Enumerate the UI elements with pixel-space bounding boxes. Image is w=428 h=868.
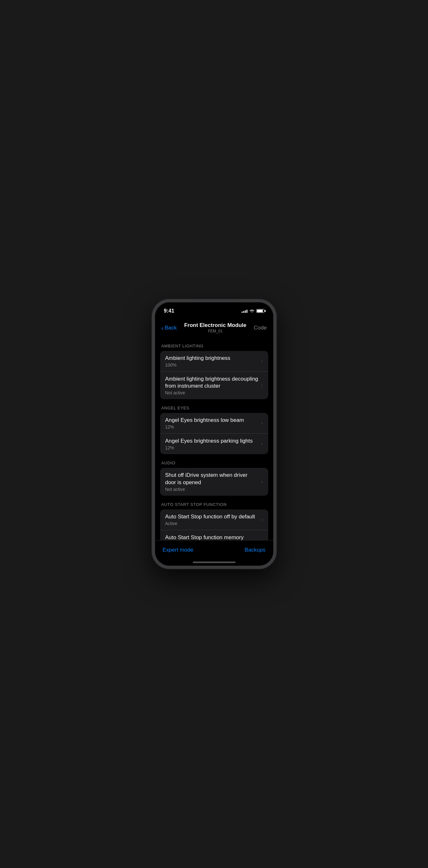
ambient-decoupling-title: Ambient lighting brightness decoupling f… [165,375,259,390]
chevron-right-icon: › [261,479,263,485]
angel-eyes-low-beam-row[interactable]: Angel Eyes brightness low beam 12% › [160,413,268,434]
nav-title-group: Front Electronic Module FEM_01 [184,322,246,333]
page-title: Front Electronic Module [184,322,246,329]
audio-idrive-value: Not active [165,487,259,492]
content-area[interactable]: ‹ Back Front Electronic Module FEM_01 Co… [155,319,273,566]
code-button[interactable]: Code [254,325,267,331]
chevron-right-icon: › [261,441,263,447]
chevron-right-icon: › [261,382,263,388]
chevron-right-icon: › [261,420,263,426]
audio-idrive-title: Shut off iDrive system when driver door … [165,472,259,486]
nav-bar: ‹ Back Front Electronic Module FEM_01 Co… [155,319,273,337]
ambient-decoupling-row[interactable]: Ambient lighting brightness decoupling f… [160,372,268,399]
phone-frame: 9:41 [152,299,276,569]
ambient-brightness-value: 100% [165,363,259,368]
wifi-icon [249,309,254,313]
ambient-lighting-group: Ambient lighting brightness 100% › Ambie… [160,351,268,399]
angel-eyes-parking-row[interactable]: Angel Eyes brightness parking lights 12%… [160,434,268,454]
auto-start-stop-default-title: Auto Start Stop function off by default [165,513,259,520]
screen: 9:41 [155,302,273,566]
angel-eyes-low-beam-value: 12% [165,425,259,430]
section-header-audio: AUDIO [155,454,273,468]
section-header-auto-start-stop: AUTO START STOP FUNCTION [155,496,273,509]
home-indicator [193,561,236,563]
section-header-angel-eyes: ANGEL EYES [155,399,273,413]
audio-idrive-row[interactable]: Shut off iDrive system when driver door … [160,468,268,495]
auto-start-stop-default-value: Active [165,521,259,526]
dynamic-island [195,306,233,317]
back-button[interactable]: ‹ Back [161,325,177,331]
status-icons [242,309,264,313]
angel-eyes-parking-title: Angel Eyes brightness parking lights [165,437,259,444]
angel-eyes-group: Angel Eyes brightness low beam 12% › Ang… [160,413,268,454]
expert-mode-button[interactable]: Expert mode [163,547,193,553]
ambient-brightness-row[interactable]: Ambient lighting brightness 100% › [160,351,268,372]
angel-eyes-parking-value: 12% [165,445,259,450]
signal-bars-icon [242,309,247,313]
auto-start-stop-default-row[interactable]: Auto Start Stop function off by default … [160,509,268,530]
ambient-decoupling-value: Not active [165,390,259,395]
chevron-right-icon: › [261,358,263,364]
back-chevron-icon: ‹ [161,325,164,331]
page-subtitle: FEM_01 [184,329,246,333]
status-time: 9:41 [164,308,175,314]
audio-group: Shut off iDrive system when driver door … [160,468,268,495]
ambient-brightness-title: Ambient lighting brightness [165,355,259,362]
angel-eyes-low-beam-title: Angel Eyes brightness low beam [165,417,259,424]
backups-button[interactable]: Backups [245,547,265,553]
section-header-ambient-lighting: AMBIENT LIGHTING [155,337,273,351]
chevron-right-icon: › [261,517,263,523]
back-label: Back [164,325,177,331]
battery-icon [256,309,264,313]
